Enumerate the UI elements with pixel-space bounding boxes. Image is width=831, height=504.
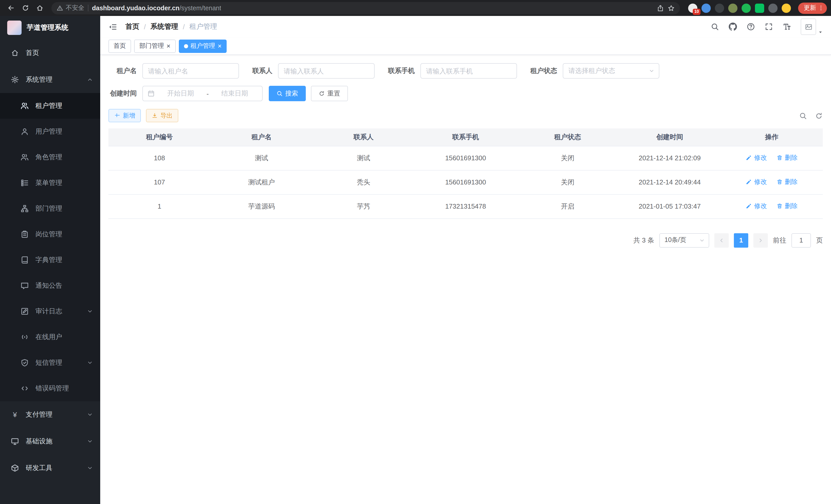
chevron-down-icon (87, 412, 93, 418)
phone-input[interactable] (420, 63, 517, 79)
url-text: dashboard.yudao.iocoder.cn/system/tenant (92, 4, 221, 11)
calendar-icon (147, 90, 155, 97)
bookmark-button[interactable] (667, 4, 675, 11)
hamburger-fold-icon (109, 22, 117, 31)
delete-button[interactable]: 删除 (776, 202, 798, 211)
add-button[interactable]: 新增 (109, 109, 141, 122)
security-chip[interactable]: 不安全 (57, 4, 84, 12)
status-select[interactable]: 请选择租户状态 (563, 63, 659, 79)
extension-icon-5[interactable] (742, 3, 751, 12)
extension-icon-8[interactable] (782, 3, 791, 12)
tab-dept[interactable]: 部门管理 × (134, 39, 175, 53)
search-button[interactable]: 搜索 (269, 86, 306, 101)
extension-icon-2[interactable] (701, 3, 711, 12)
sidebar-item-notice[interactable]: 通知公告 (0, 273, 100, 298)
create-time-label: 创建时间 (109, 89, 137, 98)
table-row: 108 测试 测试 15601691300 关闭 2021-12-14 21:0… (109, 146, 823, 170)
browser-back-button[interactable] (4, 1, 18, 14)
tree-table-icon (21, 179, 29, 187)
peoples-icon (21, 153, 29, 161)
tags-view: 首页 部门管理 × 租户管理 × (100, 37, 831, 55)
tenant-name-input[interactable] (142, 63, 239, 79)
address-bar[interactable]: 不安全 dashboard.yudao.iocoder.cn/system/te… (51, 2, 680, 14)
log-icon (21, 307, 29, 316)
edit-button[interactable]: 修改 (746, 154, 767, 162)
page-number-1[interactable]: 1 (734, 233, 748, 247)
sidebar: 芋道管理系统 首页 系统管理 租户管理 (0, 16, 100, 504)
book-icon (21, 256, 29, 264)
col-header-status: 租户状态 (517, 128, 619, 146)
user-menu[interactable] (801, 19, 823, 35)
sidebar-item-infra[interactable]: 基础设施 (0, 428, 100, 455)
edit-button[interactable]: 修改 (746, 178, 767, 186)
question-circle-icon (747, 23, 755, 31)
prev-page-button[interactable] (714, 233, 729, 247)
browser-update-button[interactable]: 更新 (798, 2, 827, 13)
share-button[interactable] (657, 4, 664, 11)
next-page-button[interactable] (753, 233, 768, 247)
page-size-select[interactable]: 10条/页 (659, 233, 709, 247)
tab-tenant[interactable]: 租户管理 × (179, 39, 227, 53)
sidebar-item-tenant[interactable]: 租户管理 (0, 93, 100, 119)
navbar-actions (711, 19, 823, 35)
date-range-picker[interactable]: 开始日期 - 结束日期 (142, 86, 263, 101)
sidebar-item-pay[interactable]: ¥ 支付管理 (0, 401, 100, 428)
sidebar-toggle-button[interactable] (109, 22, 117, 31)
sidebar-menu: 首页 系统管理 租户管理 用户管理 (0, 39, 100, 504)
sidebar-item-dict[interactable]: 字典管理 (0, 247, 100, 273)
sidebar-item-devtools[interactable]: 研发工具 (0, 455, 100, 481)
close-icon[interactable]: × (167, 42, 170, 49)
col-header-contact: 联系人 (312, 128, 414, 146)
col-header-created: 创建时间 (619, 128, 721, 146)
goto-label: 前往 (773, 236, 786, 245)
browser-toolbar: 不安全 dashboard.yudao.iocoder.cn/system/te… (0, 0, 831, 16)
reset-button[interactable]: 重置 (311, 86, 348, 101)
extension-icon-6[interactable] (755, 3, 764, 12)
toggle-search-button[interactable] (799, 112, 807, 119)
shield-icon (21, 359, 29, 367)
sidebar-item-user[interactable]: 用户管理 (0, 119, 100, 144)
contact-input[interactable] (278, 63, 375, 79)
browser-home-button[interactable] (33, 1, 46, 14)
extension-icon-7[interactable] (768, 3, 778, 12)
delete-button[interactable]: 删除 (776, 178, 798, 186)
divider (88, 5, 88, 11)
close-icon[interactable]: × (218, 42, 222, 49)
sidebar-item-online-users[interactable]: 在线用户 (0, 324, 100, 350)
help-button[interactable] (747, 23, 755, 31)
refresh-icon (319, 90, 325, 97)
edit-button[interactable]: 修改 (746, 202, 767, 211)
delete-button[interactable]: 删除 (776, 154, 798, 162)
download-icon (152, 113, 158, 119)
breadcrumb-home[interactable]: 首页 (125, 22, 139, 31)
sidebar-item-system[interactable]: 系统管理 (0, 66, 100, 93)
github-link[interactable] (729, 23, 737, 31)
tab-home[interactable]: 首页 (109, 39, 131, 53)
header-search-button[interactable] (711, 23, 719, 31)
browser-reload-button[interactable] (19, 1, 32, 14)
fullscreen-button[interactable] (765, 23, 773, 31)
screen: 不安全 dashboard.yudao.iocoder.cn/system/te… (0, 0, 831, 504)
sidebar-item-menu[interactable]: 菜单管理 (0, 170, 100, 196)
sidebar-item-error-code[interactable]: 错误码管理 (0, 376, 100, 401)
extension-icon-4[interactable] (728, 3, 738, 12)
sidebar-item-role[interactable]: 角色管理 (0, 144, 100, 170)
online-icon (21, 333, 29, 341)
extension-icon-1[interactable]: 10 (688, 3, 697, 12)
extensions-row: 10 (685, 3, 794, 12)
logo[interactable]: 芋道管理系统 (0, 16, 100, 39)
sidebar-item-sms[interactable]: 短信管理 (0, 350, 100, 376)
font-size-button[interactable] (783, 23, 791, 31)
sidebar-item-dept[interactable]: 部门管理 (0, 196, 100, 221)
goto-page-input[interactable] (792, 233, 811, 247)
breadcrumb-system[interactable]: 系统管理 (150, 22, 178, 31)
sidebar-item-home[interactable]: 首页 (0, 39, 100, 66)
refresh-table-button[interactable] (815, 112, 823, 119)
export-button[interactable]: 导出 (146, 109, 178, 122)
status-placeholder: 请选择租户状态 (568, 66, 615, 76)
sidebar-item-post[interactable]: 岗位管理 (0, 221, 100, 247)
sidebar-item-audit-log[interactable]: 审计日志 (0, 298, 100, 324)
tenant-name-label: 租户名 (109, 66, 137, 76)
col-header-actions: 操作 (721, 128, 823, 146)
extension-icon-3[interactable] (715, 3, 724, 12)
